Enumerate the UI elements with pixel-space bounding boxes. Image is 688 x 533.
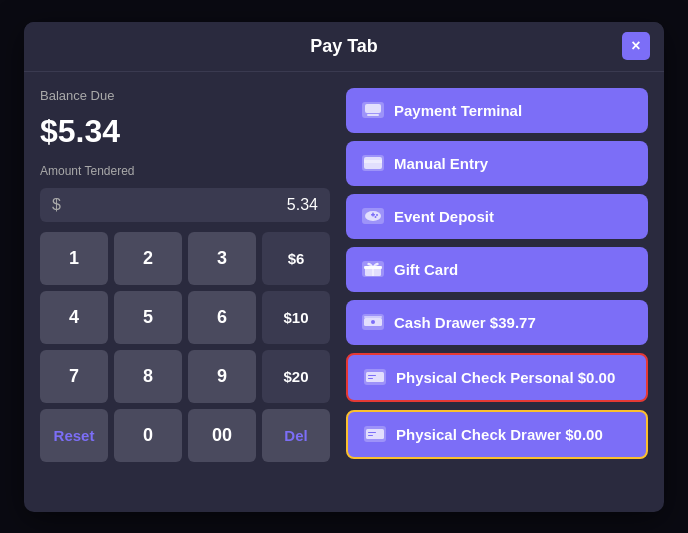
key-4[interactable]: 4 — [40, 291, 108, 344]
pay-tab-modal: Pay Tab × Balance Due $5.34 Amount Tende… — [24, 22, 664, 512]
amount-tendered-input[interactable]: $ 5.34 — [40, 188, 330, 222]
key-00[interactable]: 00 — [188, 409, 256, 462]
numpad-grid: 1 2 3 $6 4 5 6 $10 7 8 9 $20 Reset 0 — [40, 232, 330, 462]
modal-header: Pay Tab × — [24, 22, 664, 72]
svg-point-13 — [371, 320, 375, 324]
numpad-section: Balance Due $5.34 Amount Tendered $ 5.34… — [40, 88, 330, 496]
check-personal-icon — [364, 369, 386, 385]
key-1[interactable]: 1 — [40, 232, 108, 285]
svg-rect-3 — [364, 160, 382, 163]
preset-10[interactable]: $10 — [262, 291, 330, 344]
balance-due-amount: $5.34 — [40, 113, 330, 150]
terminal-icon — [362, 102, 384, 118]
physical-check-personal-button[interactable]: Physical Check Personal $0.00 — [346, 353, 648, 402]
svg-rect-19 — [368, 432, 376, 433]
manual-entry-label: Manual Entry — [394, 155, 488, 172]
payment-options: Payment Terminal Manual Entry Event Depo… — [346, 88, 648, 496]
gift-icon — [362, 261, 384, 277]
preset-6[interactable]: $6 — [262, 232, 330, 285]
cash-drawer-label: Cash Drawer $39.77 — [394, 314, 536, 331]
gift-card-label: Gift Card — [394, 261, 458, 278]
payment-terminal-button[interactable]: Payment Terminal — [346, 88, 648, 133]
preset-20[interactable]: $20 — [262, 350, 330, 403]
manual-entry-button[interactable]: Manual Entry — [346, 141, 648, 186]
svg-rect-11 — [372, 266, 374, 276]
physical-check-drawer-label: Physical Check Drawer $0.00 — [396, 426, 603, 443]
event-deposit-label: Event Deposit — [394, 208, 494, 225]
event-deposit-button[interactable]: Event Deposit — [346, 194, 648, 239]
del-button[interactable]: Del — [262, 409, 330, 462]
amount-value: 5.34 — [287, 196, 318, 214]
physical-check-drawer-button[interactable]: Physical Check Drawer $0.00 — [346, 410, 648, 459]
payment-terminal-label: Payment Terminal — [394, 102, 522, 119]
key-9[interactable]: 9 — [188, 350, 256, 403]
amount-tendered-label: Amount Tendered — [40, 164, 330, 178]
balance-due-label: Balance Due — [40, 88, 330, 103]
svg-rect-20 — [368, 435, 373, 436]
cash-icon — [362, 314, 384, 330]
svg-rect-15 — [366, 372, 384, 382]
gift-card-button[interactable]: Gift Card — [346, 247, 648, 292]
svg-point-7 — [376, 214, 378, 216]
key-3[interactable]: 3 — [188, 232, 256, 285]
check-drawer-icon — [364, 426, 386, 442]
key-7[interactable]: 7 — [40, 350, 108, 403]
key-0[interactable]: 0 — [114, 409, 182, 462]
key-6[interactable]: 6 — [188, 291, 256, 344]
svg-point-8 — [375, 216, 377, 218]
physical-check-personal-label: Physical Check Personal $0.00 — [396, 369, 615, 386]
modal-title: Pay Tab — [310, 36, 378, 57]
cash-drawer-button[interactable]: Cash Drawer $39.77 — [346, 300, 648, 345]
close-button[interactable]: × — [622, 32, 650, 60]
key-5[interactable]: 5 — [114, 291, 182, 344]
svg-rect-0 — [365, 104, 381, 113]
svg-rect-16 — [368, 375, 376, 376]
card-icon — [362, 155, 384, 171]
gamepad-icon — [362, 208, 384, 224]
currency-symbol: $ — [52, 196, 61, 214]
svg-rect-18 — [366, 429, 384, 439]
svg-rect-14 — [364, 316, 382, 318]
modal-overlay: Pay Tab × Balance Due $5.34 Amount Tende… — [0, 0, 688, 533]
svg-rect-17 — [368, 378, 373, 379]
modal-body: Balance Due $5.34 Amount Tendered $ 5.34… — [24, 72, 664, 512]
key-2[interactable]: 2 — [114, 232, 182, 285]
key-8[interactable]: 8 — [114, 350, 182, 403]
reset-button[interactable]: Reset — [40, 409, 108, 462]
svg-rect-6 — [372, 213, 374, 217]
svg-rect-1 — [367, 114, 379, 116]
